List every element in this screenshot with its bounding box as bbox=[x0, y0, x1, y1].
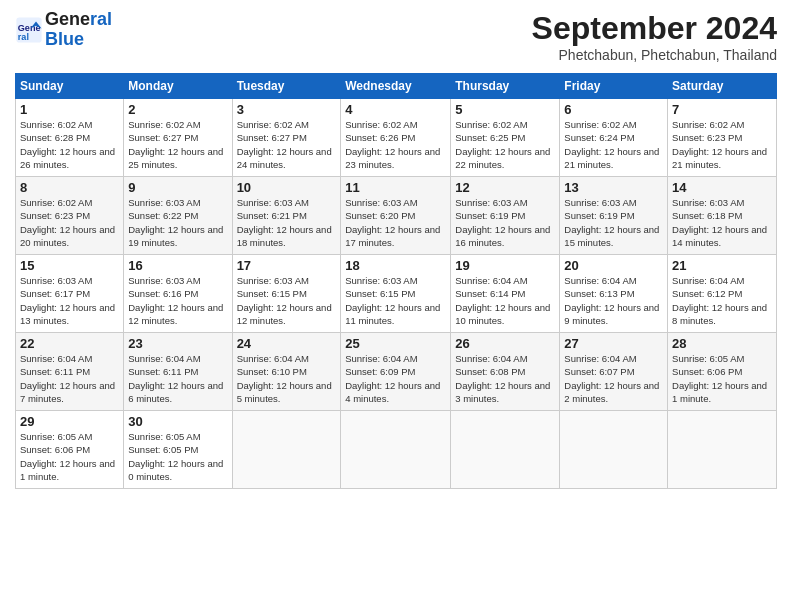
day-number: 2 bbox=[128, 102, 227, 117]
logo-text2: Blue bbox=[45, 30, 112, 50]
cell-details: Sunrise: 6:04 AM Sunset: 6:07 PM Dayligh… bbox=[564, 352, 663, 405]
col-sunday: Sunday bbox=[16, 74, 124, 99]
day-number: 26 bbox=[455, 336, 555, 351]
table-row: 17Sunrise: 6:03 AM Sunset: 6:15 PM Dayli… bbox=[232, 255, 341, 333]
cell-details: Sunrise: 6:03 AM Sunset: 6:19 PM Dayligh… bbox=[564, 196, 663, 249]
cell-details: Sunrise: 6:05 AM Sunset: 6:06 PM Dayligh… bbox=[20, 430, 119, 483]
day-number: 5 bbox=[455, 102, 555, 117]
calendar-week-3: 15Sunrise: 6:03 AM Sunset: 6:17 PM Dayli… bbox=[16, 255, 777, 333]
day-number: 21 bbox=[672, 258, 772, 273]
table-row: 13Sunrise: 6:03 AM Sunset: 6:19 PM Dayli… bbox=[560, 177, 668, 255]
table-row: 7Sunrise: 6:02 AM Sunset: 6:23 PM Daylig… bbox=[668, 99, 777, 177]
table-row: 23Sunrise: 6:04 AM Sunset: 6:11 PM Dayli… bbox=[124, 333, 232, 411]
cell-details: Sunrise: 6:05 AM Sunset: 6:05 PM Dayligh… bbox=[128, 430, 227, 483]
day-number: 23 bbox=[128, 336, 227, 351]
table-row: 25Sunrise: 6:04 AM Sunset: 6:09 PM Dayli… bbox=[341, 333, 451, 411]
table-row: 16Sunrise: 6:03 AM Sunset: 6:16 PM Dayli… bbox=[124, 255, 232, 333]
day-number: 12 bbox=[455, 180, 555, 195]
table-row: 30Sunrise: 6:05 AM Sunset: 6:05 PM Dayli… bbox=[124, 411, 232, 489]
table-row: 24Sunrise: 6:04 AM Sunset: 6:10 PM Dayli… bbox=[232, 333, 341, 411]
col-thursday: Thursday bbox=[451, 74, 560, 99]
day-number: 1 bbox=[20, 102, 119, 117]
logo: Gene ral General Blue bbox=[15, 10, 112, 50]
table-row bbox=[668, 411, 777, 489]
col-tuesday: Tuesday bbox=[232, 74, 341, 99]
day-number: 28 bbox=[672, 336, 772, 351]
calendar-table: Sunday Monday Tuesday Wednesday Thursday… bbox=[15, 73, 777, 489]
calendar-week-4: 22Sunrise: 6:04 AM Sunset: 6:11 PM Dayli… bbox=[16, 333, 777, 411]
table-row: 11Sunrise: 6:03 AM Sunset: 6:20 PM Dayli… bbox=[341, 177, 451, 255]
cell-details: Sunrise: 6:03 AM Sunset: 6:15 PM Dayligh… bbox=[237, 274, 337, 327]
cell-details: Sunrise: 6:02 AM Sunset: 6:23 PM Dayligh… bbox=[20, 196, 119, 249]
day-number: 22 bbox=[20, 336, 119, 351]
day-number: 4 bbox=[345, 102, 446, 117]
header-row-days: Sunday Monday Tuesday Wednesday Thursday… bbox=[16, 74, 777, 99]
table-row: 18Sunrise: 6:03 AM Sunset: 6:15 PM Dayli… bbox=[341, 255, 451, 333]
logo-text: General bbox=[45, 10, 112, 30]
location: Phetchabun, Phetchabun, Thailand bbox=[532, 47, 777, 63]
header-row: Gene ral General Blue September 2024 Phe… bbox=[15, 10, 777, 67]
calendar-week-5: 29Sunrise: 6:05 AM Sunset: 6:06 PM Dayli… bbox=[16, 411, 777, 489]
cell-details: Sunrise: 6:02 AM Sunset: 6:26 PM Dayligh… bbox=[345, 118, 446, 171]
cell-details: Sunrise: 6:04 AM Sunset: 6:10 PM Dayligh… bbox=[237, 352, 337, 405]
cell-details: Sunrise: 6:05 AM Sunset: 6:06 PM Dayligh… bbox=[672, 352, 772, 405]
day-number: 14 bbox=[672, 180, 772, 195]
cell-details: Sunrise: 6:04 AM Sunset: 6:08 PM Dayligh… bbox=[455, 352, 555, 405]
cell-details: Sunrise: 6:02 AM Sunset: 6:23 PM Dayligh… bbox=[672, 118, 772, 171]
day-number: 19 bbox=[455, 258, 555, 273]
cell-details: Sunrise: 6:03 AM Sunset: 6:15 PM Dayligh… bbox=[345, 274, 446, 327]
table-row: 9Sunrise: 6:03 AM Sunset: 6:22 PM Daylig… bbox=[124, 177, 232, 255]
calendar-week-2: 8Sunrise: 6:02 AM Sunset: 6:23 PM Daylig… bbox=[16, 177, 777, 255]
table-row: 10Sunrise: 6:03 AM Sunset: 6:21 PM Dayli… bbox=[232, 177, 341, 255]
day-number: 18 bbox=[345, 258, 446, 273]
cell-details: Sunrise: 6:04 AM Sunset: 6:11 PM Dayligh… bbox=[128, 352, 227, 405]
title-section: September 2024 Phetchabun, Phetchabun, T… bbox=[532, 10, 777, 63]
table-row: 27Sunrise: 6:04 AM Sunset: 6:07 PM Dayli… bbox=[560, 333, 668, 411]
table-row: 5Sunrise: 6:02 AM Sunset: 6:25 PM Daylig… bbox=[451, 99, 560, 177]
logo-icon: Gene ral bbox=[15, 16, 43, 44]
table-row: 20Sunrise: 6:04 AM Sunset: 6:13 PM Dayli… bbox=[560, 255, 668, 333]
cell-details: Sunrise: 6:03 AM Sunset: 6:17 PM Dayligh… bbox=[20, 274, 119, 327]
table-row: 6Sunrise: 6:02 AM Sunset: 6:24 PM Daylig… bbox=[560, 99, 668, 177]
day-number: 25 bbox=[345, 336, 446, 351]
table-row: 26Sunrise: 6:04 AM Sunset: 6:08 PM Dayli… bbox=[451, 333, 560, 411]
day-number: 15 bbox=[20, 258, 119, 273]
cell-details: Sunrise: 6:04 AM Sunset: 6:09 PM Dayligh… bbox=[345, 352, 446, 405]
table-row: 4Sunrise: 6:02 AM Sunset: 6:26 PM Daylig… bbox=[341, 99, 451, 177]
table-row: 28Sunrise: 6:05 AM Sunset: 6:06 PM Dayli… bbox=[668, 333, 777, 411]
cell-details: Sunrise: 6:02 AM Sunset: 6:27 PM Dayligh… bbox=[237, 118, 337, 171]
cell-details: Sunrise: 6:02 AM Sunset: 6:28 PM Dayligh… bbox=[20, 118, 119, 171]
table-row: 3Sunrise: 6:02 AM Sunset: 6:27 PM Daylig… bbox=[232, 99, 341, 177]
cell-details: Sunrise: 6:03 AM Sunset: 6:16 PM Dayligh… bbox=[128, 274, 227, 327]
table-row bbox=[560, 411, 668, 489]
cell-details: Sunrise: 6:02 AM Sunset: 6:25 PM Dayligh… bbox=[455, 118, 555, 171]
table-row bbox=[451, 411, 560, 489]
cell-details: Sunrise: 6:02 AM Sunset: 6:24 PM Dayligh… bbox=[564, 118, 663, 171]
table-row: 29Sunrise: 6:05 AM Sunset: 6:06 PM Dayli… bbox=[16, 411, 124, 489]
cell-details: Sunrise: 6:04 AM Sunset: 6:12 PM Dayligh… bbox=[672, 274, 772, 327]
table-row bbox=[341, 411, 451, 489]
day-number: 8 bbox=[20, 180, 119, 195]
col-wednesday: Wednesday bbox=[341, 74, 451, 99]
table-row: 15Sunrise: 6:03 AM Sunset: 6:17 PM Dayli… bbox=[16, 255, 124, 333]
col-monday: Monday bbox=[124, 74, 232, 99]
col-friday: Friday bbox=[560, 74, 668, 99]
calendar-week-1: 1Sunrise: 6:02 AM Sunset: 6:28 PM Daylig… bbox=[16, 99, 777, 177]
svg-text:ral: ral bbox=[18, 32, 29, 42]
day-number: 9 bbox=[128, 180, 227, 195]
cell-details: Sunrise: 6:03 AM Sunset: 6:21 PM Dayligh… bbox=[237, 196, 337, 249]
day-number: 20 bbox=[564, 258, 663, 273]
table-row: 8Sunrise: 6:02 AM Sunset: 6:23 PM Daylig… bbox=[16, 177, 124, 255]
day-number: 7 bbox=[672, 102, 772, 117]
table-row: 1Sunrise: 6:02 AM Sunset: 6:28 PM Daylig… bbox=[16, 99, 124, 177]
cell-details: Sunrise: 6:04 AM Sunset: 6:14 PM Dayligh… bbox=[455, 274, 555, 327]
cell-details: Sunrise: 6:03 AM Sunset: 6:19 PM Dayligh… bbox=[455, 196, 555, 249]
day-number: 16 bbox=[128, 258, 227, 273]
day-number: 6 bbox=[564, 102, 663, 117]
day-number: 11 bbox=[345, 180, 446, 195]
table-row bbox=[232, 411, 341, 489]
cell-details: Sunrise: 6:03 AM Sunset: 6:22 PM Dayligh… bbox=[128, 196, 227, 249]
cell-details: Sunrise: 6:03 AM Sunset: 6:20 PM Dayligh… bbox=[345, 196, 446, 249]
day-number: 30 bbox=[128, 414, 227, 429]
day-number: 10 bbox=[237, 180, 337, 195]
